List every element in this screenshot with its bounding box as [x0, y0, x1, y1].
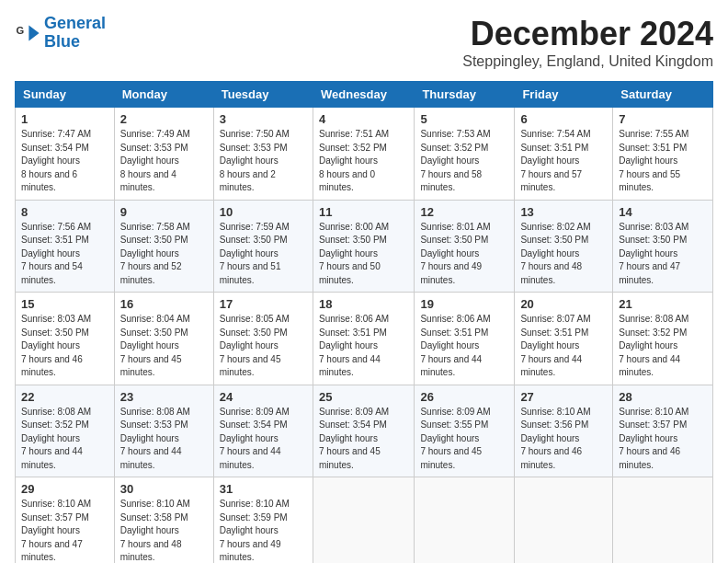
day-info: Sunrise: 8:03 AM Sunset: 3:50 PM Dayligh…: [619, 221, 707, 288]
calendar-week-5: 29 Sunrise: 8:10 AM Sunset: 3:57 PM Dayl…: [16, 477, 713, 564]
calendar-cell: 29 Sunrise: 8:10 AM Sunset: 3:57 PM Dayl…: [16, 477, 115, 564]
calendar-cell: [415, 477, 515, 564]
calendar-week-1: 1 Sunrise: 7:47 AM Sunset: 3:54 PM Dayli…: [16, 108, 713, 201]
day-number: 24: [220, 390, 307, 404]
calendar-table: Sunday Monday Tuesday Wednesday Thursday…: [15, 81, 713, 563]
logo-icon: G: [15, 20, 40, 46]
calendar-cell: 8 Sunrise: 7:56 AM Sunset: 3:51 PM Dayli…: [16, 200, 115, 293]
calendar-cell: [613, 477, 713, 564]
calendar-cell: 7 Sunrise: 7:55 AM Sunset: 3:51 PM Dayli…: [613, 108, 713, 201]
day-info: Sunrise: 7:58 AM Sunset: 3:50 PM Dayligh…: [120, 221, 208, 288]
month-title: December 2024: [462, 15, 713, 53]
day-info: Sunrise: 8:08 AM Sunset: 3:52 PM Dayligh…: [619, 313, 707, 380]
col-monday: Monday: [114, 82, 213, 108]
location-subtitle: Steppingley, England, United Kingdom: [462, 53, 713, 70]
calendar-cell: [313, 477, 414, 564]
day-number: 11: [319, 205, 408, 219]
day-number: 27: [520, 390, 607, 404]
day-info: Sunrise: 8:08 AM Sunset: 3:53 PM Dayligh…: [120, 406, 208, 473]
day-info: Sunrise: 8:09 AM Sunset: 3:55 PM Dayligh…: [420, 406, 508, 473]
calendar-cell: 14 Sunrise: 8:03 AM Sunset: 3:50 PM Dayl…: [613, 200, 713, 293]
day-number: 29: [21, 482, 108, 496]
logo-line1: General: [44, 14, 106, 32]
col-saturday: Saturday: [613, 82, 713, 108]
calendar-cell: 27 Sunrise: 8:10 AM Sunset: 3:56 PM Dayl…: [515, 385, 613, 477]
day-number: 22: [21, 390, 108, 404]
day-info: Sunrise: 8:09 AM Sunset: 3:54 PM Dayligh…: [319, 406, 408, 473]
day-info: Sunrise: 7:54 AM Sunset: 3:51 PM Dayligh…: [520, 128, 607, 195]
day-info: Sunrise: 8:00 AM Sunset: 3:50 PM Dayligh…: [319, 221, 408, 288]
day-number: 5: [420, 112, 508, 126]
day-number: 26: [420, 390, 508, 404]
logo-text: General Blue: [44, 15, 106, 52]
calendar-cell: 2 Sunrise: 7:49 AM Sunset: 3:53 PM Dayli…: [114, 108, 213, 201]
calendar-cell: 18 Sunrise: 8:06 AM Sunset: 3:51 PM Dayl…: [313, 293, 414, 385]
calendar-week-3: 15 Sunrise: 8:03 AM Sunset: 3:50 PM Dayl…: [16, 293, 713, 385]
day-number: 10: [220, 205, 307, 219]
calendar-cell: 11 Sunrise: 8:00 AM Sunset: 3:50 PM Dayl…: [313, 200, 414, 293]
calendar-cell: [515, 477, 613, 564]
day-info: Sunrise: 8:09 AM Sunset: 3:54 PM Dayligh…: [220, 406, 307, 473]
svg-marker-1: [28, 25, 39, 40]
calendar-cell: 25 Sunrise: 8:09 AM Sunset: 3:54 PM Dayl…: [313, 385, 414, 477]
calendar-cell: 24 Sunrise: 8:09 AM Sunset: 3:54 PM Dayl…: [213, 385, 313, 477]
day-number: 31: [220, 482, 307, 496]
day-number: 13: [520, 205, 607, 219]
calendar-cell: 20 Sunrise: 8:07 AM Sunset: 3:51 PM Dayl…: [515, 293, 613, 385]
svg-text:G: G: [16, 25, 24, 36]
calendar-cell: 5 Sunrise: 7:53 AM Sunset: 3:52 PM Dayli…: [415, 108, 515, 201]
day-info: Sunrise: 7:50 AM Sunset: 3:53 PM Dayligh…: [220, 128, 307, 195]
calendar-cell: 31 Sunrise: 8:10 AM Sunset: 3:59 PM Dayl…: [213, 477, 313, 564]
day-number: 30: [120, 482, 208, 496]
day-info: Sunrise: 8:02 AM Sunset: 3:50 PM Dayligh…: [520, 221, 607, 288]
calendar-cell: 3 Sunrise: 7:50 AM Sunset: 3:53 PM Dayli…: [213, 108, 313, 201]
calendar-cell: 12 Sunrise: 8:01 AM Sunset: 3:50 PM Dayl…: [415, 200, 515, 293]
day-info: Sunrise: 8:10 AM Sunset: 3:59 PM Dayligh…: [220, 498, 307, 563]
day-number: 6: [520, 112, 607, 126]
calendar-cell: 9 Sunrise: 7:58 AM Sunset: 3:50 PM Dayli…: [114, 200, 213, 293]
day-info: Sunrise: 7:49 AM Sunset: 3:53 PM Dayligh…: [120, 128, 208, 195]
day-number: 20: [520, 297, 607, 311]
calendar-cell: 15 Sunrise: 8:03 AM Sunset: 3:50 PM Dayl…: [16, 293, 115, 385]
day-info: Sunrise: 8:06 AM Sunset: 3:51 PM Dayligh…: [319, 313, 408, 380]
day-number: 1: [21, 112, 108, 126]
day-info: Sunrise: 8:10 AM Sunset: 3:57 PM Dayligh…: [21, 498, 108, 563]
day-info: Sunrise: 8:04 AM Sunset: 3:50 PM Dayligh…: [120, 313, 208, 380]
day-number: 3: [220, 112, 307, 126]
calendar-cell: 23 Sunrise: 8:08 AM Sunset: 3:53 PM Dayl…: [114, 385, 213, 477]
day-number: 7: [619, 112, 707, 126]
day-info: Sunrise: 7:55 AM Sunset: 3:51 PM Dayligh…: [619, 128, 707, 195]
calendar-cell: 30 Sunrise: 8:10 AM Sunset: 3:58 PM Dayl…: [114, 477, 213, 564]
day-info: Sunrise: 8:03 AM Sunset: 3:50 PM Dayligh…: [21, 313, 108, 380]
day-info: Sunrise: 7:59 AM Sunset: 3:50 PM Dayligh…: [220, 221, 307, 288]
day-number: 18: [319, 297, 408, 311]
calendar-cell: 16 Sunrise: 8:04 AM Sunset: 3:50 PM Dayl…: [114, 293, 213, 385]
logo: G General Blue: [15, 15, 106, 52]
calendar-cell: 17 Sunrise: 8:05 AM Sunset: 3:50 PM Dayl…: [213, 293, 313, 385]
day-info: Sunrise: 7:56 AM Sunset: 3:51 PM Dayligh…: [21, 221, 108, 288]
day-info: Sunrise: 8:05 AM Sunset: 3:50 PM Dayligh…: [220, 313, 307, 380]
day-info: Sunrise: 8:06 AM Sunset: 3:51 PM Dayligh…: [420, 313, 508, 380]
day-info: Sunrise: 8:10 AM Sunset: 3:58 PM Dayligh…: [120, 498, 208, 563]
page-header: G General Blue December 2024 Steppingley…: [15, 15, 713, 70]
calendar-cell: 4 Sunrise: 7:51 AM Sunset: 3:52 PM Dayli…: [313, 108, 414, 201]
day-info: Sunrise: 8:10 AM Sunset: 3:57 PM Dayligh…: [619, 406, 707, 473]
calendar-cell: 26 Sunrise: 8:09 AM Sunset: 3:55 PM Dayl…: [415, 385, 515, 477]
day-number: 23: [120, 390, 208, 404]
day-info: Sunrise: 8:01 AM Sunset: 3:50 PM Dayligh…: [420, 221, 508, 288]
day-number: 25: [319, 390, 408, 404]
calendar-week-4: 22 Sunrise: 8:08 AM Sunset: 3:52 PM Dayl…: [16, 385, 713, 477]
calendar-cell: 21 Sunrise: 8:08 AM Sunset: 3:52 PM Dayl…: [613, 293, 713, 385]
day-number: 28: [619, 390, 707, 404]
calendar-cell: 22 Sunrise: 8:08 AM Sunset: 3:52 PM Dayl…: [16, 385, 115, 477]
day-number: 16: [120, 297, 208, 311]
day-number: 21: [619, 297, 707, 311]
calendar-week-2: 8 Sunrise: 7:56 AM Sunset: 3:51 PM Dayli…: [16, 200, 713, 293]
title-block: December 2024 Steppingley, England, Unit…: [462, 15, 713, 70]
calendar-header-row: Sunday Monday Tuesday Wednesday Thursday…: [16, 82, 713, 108]
calendar-cell: 6 Sunrise: 7:54 AM Sunset: 3:51 PM Dayli…: [515, 108, 613, 201]
calendar-cell: 28 Sunrise: 8:10 AM Sunset: 3:57 PM Dayl…: [613, 385, 713, 477]
col-friday: Friday: [515, 82, 613, 108]
day-info: Sunrise: 8:08 AM Sunset: 3:52 PM Dayligh…: [21, 406, 108, 473]
col-tuesday: Tuesday: [213, 82, 313, 108]
